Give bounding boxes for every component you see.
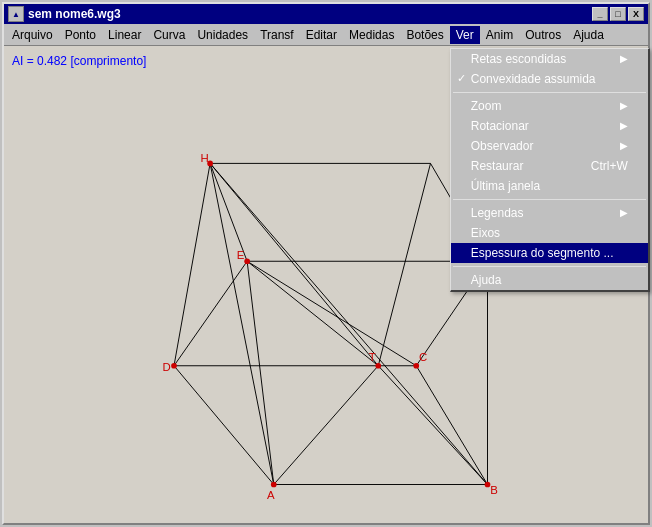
menu-ajuda[interactable]: Ajuda: [451, 270, 648, 290]
menu-espessura-segmento[interactable]: Espessura do segmento ...: [451, 243, 648, 263]
status-text: AI = 0.482 [comprimento]: [12, 54, 146, 68]
menu-restaurar[interactable]: Restaurar Ctrl+W: [451, 156, 648, 176]
separator-2: [453, 199, 646, 200]
menu-rotacionar[interactable]: Rotacionar ▶: [451, 116, 648, 136]
svg-text:A: A: [267, 489, 275, 501]
menu-arquivo[interactable]: Arquivo: [6, 26, 59, 44]
menu-outros[interactable]: Outros: [519, 26, 567, 44]
menu-convexidade-assumida[interactable]: Convexidade assumida: [451, 69, 648, 89]
svg-point-25: [171, 363, 177, 369]
svg-line-13: [210, 163, 378, 365]
menu-curva[interactable]: Curva: [147, 26, 191, 44]
menu-ultima-janela[interactable]: Última janela: [451, 176, 648, 196]
window-title: sem nome6.wg3: [28, 7, 592, 21]
menu-retas-escondidas[interactable]: Retas escondidas ▶: [451, 49, 648, 69]
menu-observador[interactable]: Observador ▶: [451, 136, 648, 156]
window-icon: ▲: [8, 6, 24, 22]
svg-line-17: [274, 366, 379, 485]
menu-linear[interactable]: Linear: [102, 26, 147, 44]
svg-line-20: [210, 163, 487, 484]
menu-editar[interactable]: Editar: [300, 26, 343, 44]
svg-line-14: [247, 261, 416, 366]
separator-3: [453, 266, 646, 267]
svg-point-23: [244, 258, 250, 264]
separator-1: [453, 92, 646, 93]
svg-text:C: C: [419, 351, 427, 363]
menu-medidas[interactable]: Medidas: [343, 26, 400, 44]
svg-point-27: [271, 482, 277, 488]
menu-botoes[interactable]: Botões: [400, 26, 449, 44]
title-buttons: _ □ X: [592, 7, 644, 21]
title-bar: ▲ sem nome6.wg3 _ □ X: [4, 4, 648, 24]
svg-text:T: T: [369, 351, 376, 363]
close-button[interactable]: X: [628, 7, 644, 21]
svg-text:B: B: [490, 484, 498, 496]
menu-ponto[interactable]: Ponto: [59, 26, 102, 44]
menu-unidades[interactable]: Unidades: [191, 26, 254, 44]
menu-zoom[interactable]: Zoom ▶: [451, 96, 648, 116]
menu-ajuda-main[interactable]: Ajuda: [567, 26, 610, 44]
svg-point-29: [375, 363, 381, 369]
submenu-arrow-obs: ▶: [620, 140, 628, 151]
menu-ver[interactable]: Ver Retas escondidas ▶ Convexidade assum…: [450, 26, 480, 44]
svg-text:D: D: [163, 361, 171, 373]
svg-line-9: [210, 163, 247, 261]
svg-line-18: [378, 366, 487, 485]
submenu-arrow-zoom: ▶: [620, 100, 628, 111]
menu-transf[interactable]: Transf: [254, 26, 300, 44]
svg-line-15: [378, 163, 430, 365]
submenu-arrow-leg: ▶: [620, 207, 628, 218]
menu-anim[interactable]: Anim: [480, 26, 519, 44]
svg-point-31: [413, 363, 419, 369]
svg-text:H: H: [201, 152, 209, 164]
minimize-button[interactable]: _: [592, 7, 608, 21]
svg-text:E: E: [237, 249, 245, 261]
ver-dropdown: Retas escondidas ▶ Convexidade assumida …: [450, 48, 650, 292]
main-window: ▲ sem nome6.wg3 _ □ X Arquivo Ponto Line…: [2, 2, 650, 525]
menu-eixos[interactable]: Eixos: [451, 223, 648, 243]
submenu-arrow: ▶: [620, 53, 628, 64]
submenu-arrow-rot: ▶: [620, 120, 628, 131]
svg-line-3: [174, 366, 274, 485]
svg-line-8: [247, 261, 378, 366]
maximize-button[interactable]: □: [610, 7, 626, 21]
menu-bar: Arquivo Ponto Linear Curva Unidades Tran…: [4, 24, 648, 46]
svg-line-12: [210, 163, 274, 484]
svg-line-10: [174, 261, 247, 366]
svg-line-6: [416, 366, 487, 485]
menu-legendas[interactable]: Legendas ▶: [451, 203, 648, 223]
svg-line-1: [174, 163, 210, 365]
